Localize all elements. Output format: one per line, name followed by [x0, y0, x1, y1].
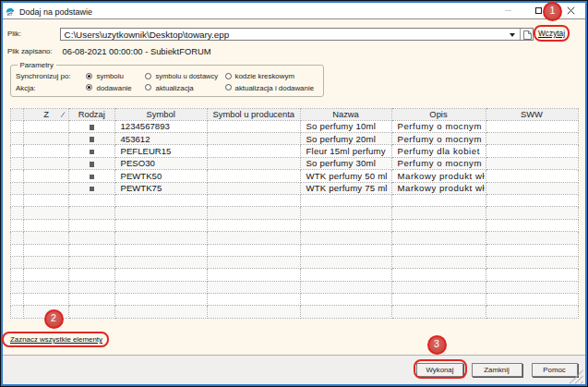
svg-text:GT: GT — [7, 12, 13, 17]
